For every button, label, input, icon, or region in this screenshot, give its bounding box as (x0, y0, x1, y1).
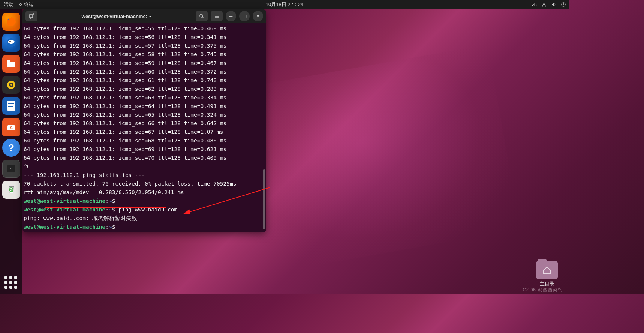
dock-files[interactable] (2, 55, 20, 73)
terminal-mini-icon (19, 3, 22, 6)
svg-rect-9 (7, 60, 10, 62)
desktop-home-folder[interactable]: 主目录 (536, 261, 558, 287)
terminal-titlebar: west@west-virtual-machine: ~ ─ ▢ ✕ (22, 9, 266, 23)
svg-rect-16 (8, 105, 14, 105)
clock[interactable]: 10月18日 22：24 (266, 1, 303, 8)
dock-trash[interactable] (2, 181, 20, 199)
dock: A ? >_ (0, 9, 22, 294)
terminal-title: west@west-virtual-machine: ~ (40, 14, 193, 19)
svg-text:>_: >_ (9, 166, 13, 171)
svg-rect-8 (7, 62, 15, 67)
input-language-indicator[interactable]: zh (532, 2, 537, 8)
svg-text:A: A (10, 125, 13, 130)
active-app-label: 终端 (24, 1, 34, 8)
power-icon[interactable] (561, 2, 566, 7)
activities-button[interactable]: 活动 (4, 1, 13, 8)
minimize-button[interactable]: ─ (226, 11, 236, 21)
top-bar: 活动 终端 10月18日 22：24 zh (0, 0, 569, 9)
dock-thunderbird[interactable] (2, 34, 20, 52)
watermark-text: CSDN @西西菜鸟 (523, 286, 562, 293)
maximize-button[interactable]: ▢ (239, 11, 250, 21)
hamburger-menu-button[interactable] (211, 11, 223, 21)
volume-icon[interactable] (551, 2, 556, 7)
svg-point-25 (200, 14, 203, 17)
new-tab-button[interactable] (25, 11, 37, 21)
dock-help[interactable]: ? (2, 139, 20, 157)
svg-line-26 (202, 17, 204, 18)
network-icon[interactable] (541, 2, 547, 7)
terminal-scrollbar[interactable] (263, 170, 265, 230)
svg-rect-24 (30, 15, 33, 18)
svg-point-13 (10, 84, 12, 86)
svg-rect-17 (8, 106, 13, 107)
svg-point-7 (9, 41, 11, 42)
dock-firefox[interactable] (2, 13, 20, 31)
home-icon (542, 265, 552, 275)
dock-terminal[interactable]: >_ (2, 160, 20, 178)
active-app-indicator[interactable]: 终端 (17, 0, 36, 9)
close-button[interactable]: ✕ (253, 11, 263, 21)
svg-rect-15 (8, 103, 14, 104)
dock-libreoffice-writer[interactable] (2, 97, 20, 115)
show-applications-button[interactable] (4, 276, 17, 289)
folder-icon (536, 261, 558, 279)
search-button[interactable] (196, 11, 208, 21)
terminal-output-area[interactable]: 64 bytes from 192.168.112.1: icmp_seq=55… (22, 23, 266, 232)
svg-rect-14 (7, 101, 15, 111)
terminal-window: west@west-virtual-machine: ~ ─ ▢ ✕ 64 by… (22, 9, 266, 232)
dock-rhythmbox[interactable] (2, 76, 20, 94)
svg-rect-22 (9, 186, 14, 188)
dock-ubuntu-software[interactable]: A (2, 118, 20, 136)
svg-rect-10 (8, 63, 15, 63)
